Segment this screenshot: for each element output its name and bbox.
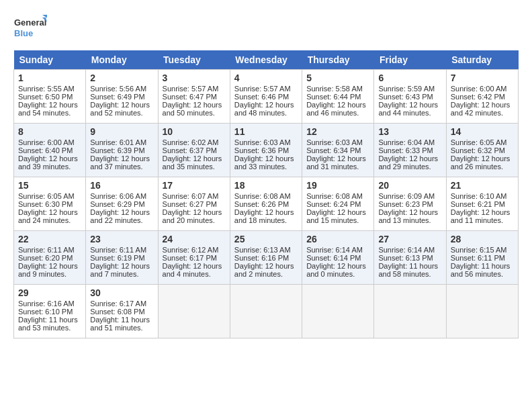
calendar-cell: 14Sunrise: 6:05 AMSunset: 6:32 PMDayligh… <box>446 124 518 177</box>
cell-text: Sunrise: 6:01 AM <box>90 138 153 146</box>
calendar-cell <box>374 285 446 338</box>
day-number: 1 <box>18 73 81 83</box>
cell-text: Sunrise: 6:00 AM <box>451 85 514 93</box>
cell-text: Sunset: 6:08 PM <box>90 308 153 316</box>
cell-text: Daylight: 12 hours <box>18 154 81 163</box>
cell-text: Sunrise: 6:12 AM <box>163 246 226 254</box>
cell-text: and 35 minutes. <box>163 163 226 171</box>
cell-text: and 29 minutes. <box>378 163 441 171</box>
calendar-cell <box>446 285 518 338</box>
cell-text: and 24 minutes. <box>18 216 81 224</box>
cell-text: Sunset: 6:13 PM <box>378 254 441 262</box>
cell-text: Sunrise: 6:00 AM <box>18 138 81 146</box>
cell-text: and 50 minutes. <box>163 109 226 117</box>
cell-text: Daylight: 12 hours <box>90 154 153 163</box>
cell-text: Sunset: 6:42 PM <box>451 93 514 101</box>
cell-text: Daylight: 12 hours <box>234 262 298 270</box>
calendar-cell: 18Sunrise: 6:08 AMSunset: 6:26 PMDayligh… <box>230 177 302 231</box>
cell-text: Daylight: 12 hours <box>451 154 514 163</box>
cell-text: and 37 minutes. <box>90 163 153 171</box>
cell-text: Sunrise: 6:04 AM <box>378 138 441 146</box>
cell-text: Sunrise: 6:05 AM <box>451 138 514 146</box>
day-number: 6 <box>378 73 441 83</box>
week-row-5: 29Sunrise: 6:16 AMSunset: 6:10 PMDayligh… <box>14 285 519 338</box>
cell-text: and 33 minutes. <box>234 163 298 171</box>
cell-text: and 56 minutes. <box>451 270 514 278</box>
cell-text: and 4 minutes. <box>163 270 226 278</box>
cell-text: Sunset: 6:49 PM <box>90 93 153 101</box>
day-number: 24 <box>163 234 226 244</box>
day-number: 4 <box>234 73 298 83</box>
cell-text: Sunrise: 6:17 AM <box>90 300 153 308</box>
cell-text: Sunset: 6:27 PM <box>163 200 226 208</box>
calendar-cell: 4Sunrise: 5:57 AMSunset: 6:46 PMDaylight… <box>230 70 302 124</box>
calendar-cell: 29Sunrise: 6:16 AMSunset: 6:10 PMDayligh… <box>14 285 86 338</box>
svg-text:Blue: Blue <box>14 28 33 38</box>
week-row-2: 8Sunrise: 6:00 AMSunset: 6:40 PMDaylight… <box>14 124 519 177</box>
cell-text: Sunset: 6:19 PM <box>90 254 153 262</box>
cell-text: Sunrise: 5:59 AM <box>378 85 441 93</box>
day-number: 9 <box>90 126 153 137</box>
cell-text: Sunrise: 6:14 AM <box>378 246 441 254</box>
week-row-1: 1Sunrise: 5:55 AMSunset: 6:50 PMDaylight… <box>14 70 519 124</box>
calendar-cell: 7Sunrise: 6:00 AMSunset: 6:42 PMDaylight… <box>446 70 518 124</box>
cell-text: Sunrise: 5:55 AM <box>18 85 81 93</box>
calendar-cell: 22Sunrise: 6:11 AMSunset: 6:20 PMDayligh… <box>14 231 86 285</box>
cell-text: Daylight: 12 hours <box>18 262 81 270</box>
cell-text: and 9 minutes. <box>18 270 81 278</box>
cell-text: Sunrise: 6:16 AM <box>18 300 81 308</box>
calendar-cell: 8Sunrise: 6:00 AMSunset: 6:40 PMDaylight… <box>14 124 86 177</box>
cell-text: Daylight: 12 hours <box>90 208 153 216</box>
calendar-cell: 27Sunrise: 6:14 AMSunset: 6:13 PMDayligh… <box>374 231 446 285</box>
cell-text: Sunset: 6:46 PM <box>234 93 298 101</box>
cell-text: Sunrise: 6:10 AM <box>451 192 514 200</box>
cell-text: and 18 minutes. <box>234 216 298 224</box>
col-header-friday: Friday <box>374 50 446 70</box>
col-header-sunday: Sunday <box>14 50 86 70</box>
cell-text: Sunrise: 6:11 AM <box>18 246 81 254</box>
day-number: 20 <box>378 180 441 191</box>
header-row: SundayMondayTuesdayWednesdayThursdayFrid… <box>14 50 519 70</box>
cell-text: Sunrise: 6:11 AM <box>90 246 153 254</box>
day-number: 19 <box>306 180 369 191</box>
cell-text: Sunrise: 6:07 AM <box>163 192 226 200</box>
col-header-monday: Monday <box>86 50 158 70</box>
day-number: 28 <box>451 234 514 244</box>
cell-text: Sunset: 6:29 PM <box>90 200 153 208</box>
cell-text: Daylight: 12 hours <box>306 208 369 216</box>
day-number: 25 <box>234 234 298 244</box>
calendar-cell: 15Sunrise: 6:05 AMSunset: 6:30 PMDayligh… <box>14 177 86 231</box>
cell-text: Sunset: 6:16 PM <box>234 254 298 262</box>
cell-text: Daylight: 12 hours <box>378 208 441 216</box>
cell-text: Sunrise: 6:08 AM <box>234 192 298 200</box>
cell-text: Daylight: 12 hours <box>163 101 226 109</box>
cell-text: Sunset: 6:26 PM <box>234 200 298 208</box>
day-number: 3 <box>163 73 226 83</box>
cell-text: and 58 minutes. <box>378 270 441 278</box>
svg-text:General: General <box>14 17 46 28</box>
cell-text: Sunset: 6:17 PM <box>163 254 226 262</box>
cell-text: Sunrise: 5:57 AM <box>163 85 226 93</box>
day-number: 10 <box>163 126 226 137</box>
cell-text: Daylight: 12 hours <box>306 154 369 163</box>
day-number: 29 <box>18 287 81 298</box>
col-header-saturday: Saturday <box>446 50 518 70</box>
day-number: 22 <box>18 234 81 244</box>
cell-text: and 7 minutes. <box>90 270 153 278</box>
cell-text: and 15 minutes. <box>306 216 369 224</box>
cell-text: Sunset: 6:39 PM <box>90 146 153 154</box>
calendar-cell: 30Sunrise: 6:17 AMSunset: 6:08 PMDayligh… <box>86 285 158 338</box>
page-header: General Blue <box>13 13 519 44</box>
calendar-cell: 21Sunrise: 6:10 AMSunset: 6:21 PMDayligh… <box>446 177 518 231</box>
cell-text: Daylight: 12 hours <box>306 262 369 270</box>
cell-text: Daylight: 12 hours <box>163 154 226 163</box>
day-number: 2 <box>90 73 153 83</box>
cell-text: and 51 minutes. <box>90 324 153 332</box>
day-number: 18 <box>234 180 298 191</box>
calendar-cell: 13Sunrise: 6:04 AMSunset: 6:33 PMDayligh… <box>374 124 446 177</box>
cell-text: Daylight: 12 hours <box>378 154 441 163</box>
logo: General Blue <box>13 13 47 44</box>
cell-text: Sunset: 6:43 PM <box>378 93 441 101</box>
week-row-3: 15Sunrise: 6:05 AMSunset: 6:30 PMDayligh… <box>14 177 519 231</box>
cell-text: Sunset: 6:47 PM <box>163 93 226 101</box>
